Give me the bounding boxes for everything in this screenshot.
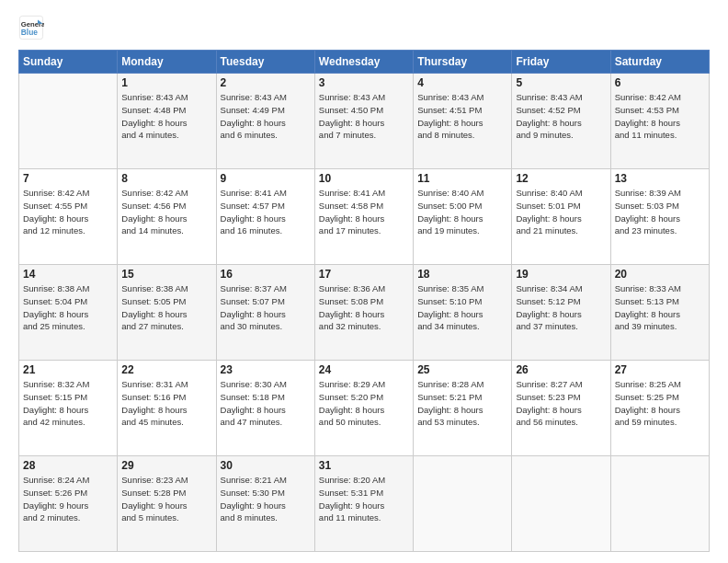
day-info: Sunrise: 8:39 AMSunset: 5:03 PMDaylight:… <box>615 187 705 237</box>
day-info: Sunrise: 8:40 AMSunset: 5:01 PMDaylight:… <box>516 187 606 237</box>
day-number: 28 <box>23 459 113 472</box>
day-info: Sunrise: 8:40 AMSunset: 5:00 PMDaylight:… <box>417 187 507 237</box>
day-number: 10 <box>319 172 409 185</box>
calendar-header-sunday: Sunday <box>19 51 118 74</box>
day-info: Sunrise: 8:42 AMSunset: 4:53 PMDaylight:… <box>615 91 705 142</box>
calendar-cell: 1Sunrise: 8:43 AMSunset: 4:48 PMDaylight… <box>118 74 216 169</box>
calendar-cell: 15Sunrise: 8:38 AMSunset: 5:05 PMDayligh… <box>118 265 216 361</box>
calendar-cell: 2Sunrise: 8:43 AMSunset: 4:49 PMDaylight… <box>216 74 314 169</box>
calendar-cell: 10Sunrise: 8:41 AMSunset: 4:58 PMDayligh… <box>314 169 413 265</box>
logo-icon: General Blue <box>18 15 44 40</box>
day-info: Sunrise: 8:29 AMSunset: 5:20 PMDaylight:… <box>319 378 409 429</box>
day-number: 14 <box>23 268 113 281</box>
logo: General Blue <box>18 15 44 40</box>
day-info: Sunrise: 8:23 AMSunset: 5:28 PMDaylight:… <box>121 474 211 524</box>
day-info: Sunrise: 8:27 AMSunset: 5:23 PMDaylight:… <box>516 378 606 429</box>
day-number: 19 <box>516 268 606 281</box>
calendar-cell: 9Sunrise: 8:41 AMSunset: 4:57 PMDaylight… <box>216 169 314 265</box>
day-number: 21 <box>23 363 113 376</box>
calendar-cell: 5Sunrise: 8:43 AMSunset: 4:52 PMDaylight… <box>512 74 610 169</box>
day-info: Sunrise: 8:32 AMSunset: 5:15 PMDaylight:… <box>23 378 113 429</box>
calendar-header-row: SundayMondayTuesdayWednesdayThursdayFrid… <box>19 51 710 74</box>
day-info: Sunrise: 8:31 AMSunset: 5:16 PMDaylight:… <box>121 378 211 429</box>
calendar-header-monday: Monday <box>118 51 216 74</box>
calendar-week-row: 7Sunrise: 8:42 AMSunset: 4:55 PMDaylight… <box>19 169 710 265</box>
day-number: 24 <box>319 363 409 376</box>
day-number: 26 <box>516 363 606 376</box>
calendar-header-wednesday: Wednesday <box>314 51 413 74</box>
calendar-cell: 14Sunrise: 8:38 AMSunset: 5:04 PMDayligh… <box>19 265 118 361</box>
calendar-cell: 29Sunrise: 8:23 AMSunset: 5:28 PMDayligh… <box>118 456 216 552</box>
day-number: 3 <box>319 76 409 89</box>
day-number: 23 <box>221 363 311 376</box>
day-info: Sunrise: 8:43 AMSunset: 4:52 PMDaylight:… <box>516 91 606 142</box>
day-number: 6 <box>615 76 705 89</box>
calendar-week-row: 21Sunrise: 8:32 AMSunset: 5:15 PMDayligh… <box>19 361 710 456</box>
day-info: Sunrise: 8:43 AMSunset: 4:48 PMDaylight:… <box>121 91 211 142</box>
day-number: 9 <box>221 172 311 185</box>
calendar-week-row: 14Sunrise: 8:38 AMSunset: 5:04 PMDayligh… <box>19 265 710 361</box>
calendar-cell: 4Sunrise: 8:43 AMSunset: 4:51 PMDaylight… <box>414 74 512 169</box>
calendar-cell: 18Sunrise: 8:35 AMSunset: 5:10 PMDayligh… <box>414 265 512 361</box>
day-number: 12 <box>516 172 606 185</box>
day-number: 17 <box>319 268 409 281</box>
day-number: 7 <box>23 172 113 185</box>
day-number: 18 <box>417 268 507 281</box>
header: General Blue <box>18 15 710 40</box>
day-info: Sunrise: 8:38 AMSunset: 5:05 PMDaylight:… <box>121 282 211 333</box>
calendar-cell: 12Sunrise: 8:40 AMSunset: 5:01 PMDayligh… <box>512 169 610 265</box>
calendar-cell: 24Sunrise: 8:29 AMSunset: 5:20 PMDayligh… <box>314 361 413 456</box>
page: General Blue SundayMondayTuesdayWednesda… <box>0 0 728 563</box>
day-number: 5 <box>516 76 606 89</box>
day-number: 25 <box>417 363 507 376</box>
calendar-cell: 23Sunrise: 8:30 AMSunset: 5:18 PMDayligh… <box>216 361 314 456</box>
calendar-cell: 26Sunrise: 8:27 AMSunset: 5:23 PMDayligh… <box>512 361 610 456</box>
day-number: 2 <box>221 76 311 89</box>
calendar-cell: 11Sunrise: 8:40 AMSunset: 5:00 PMDayligh… <box>414 169 512 265</box>
day-number: 31 <box>319 459 409 472</box>
calendar-cell <box>414 456 512 552</box>
day-info: Sunrise: 8:37 AMSunset: 5:07 PMDaylight:… <box>221 282 311 333</box>
day-number: 22 <box>121 363 211 376</box>
calendar-cell: 16Sunrise: 8:37 AMSunset: 5:07 PMDayligh… <box>216 265 314 361</box>
day-number: 8 <box>121 172 211 185</box>
calendar-week-row: 1Sunrise: 8:43 AMSunset: 4:48 PMDaylight… <box>19 74 710 169</box>
day-number: 27 <box>615 363 705 376</box>
day-info: Sunrise: 8:35 AMSunset: 5:10 PMDaylight:… <box>417 282 507 333</box>
calendar-cell: 17Sunrise: 8:36 AMSunset: 5:08 PMDayligh… <box>314 265 413 361</box>
svg-text:Blue: Blue <box>21 28 38 37</box>
calendar-cell: 28Sunrise: 8:24 AMSunset: 5:26 PMDayligh… <box>19 456 118 552</box>
calendar-header-thursday: Thursday <box>414 51 512 74</box>
calendar-header-friday: Friday <box>512 51 610 74</box>
day-number: 20 <box>615 268 705 281</box>
calendar-cell: 31Sunrise: 8:20 AMSunset: 5:31 PMDayligh… <box>314 456 413 552</box>
day-info: Sunrise: 8:25 AMSunset: 5:25 PMDaylight:… <box>615 378 705 429</box>
day-info: Sunrise: 8:33 AMSunset: 5:13 PMDaylight:… <box>615 282 705 333</box>
day-info: Sunrise: 8:24 AMSunset: 5:26 PMDaylight:… <box>23 474 113 524</box>
day-info: Sunrise: 8:43 AMSunset: 4:49 PMDaylight:… <box>221 91 311 142</box>
day-info: Sunrise: 8:20 AMSunset: 5:31 PMDaylight:… <box>319 474 409 524</box>
calendar-cell: 30Sunrise: 8:21 AMSunset: 5:30 PMDayligh… <box>216 456 314 552</box>
calendar-cell: 13Sunrise: 8:39 AMSunset: 5:03 PMDayligh… <box>610 169 709 265</box>
calendar-cell: 22Sunrise: 8:31 AMSunset: 5:16 PMDayligh… <box>118 361 216 456</box>
calendar-cell: 6Sunrise: 8:42 AMSunset: 4:53 PMDaylight… <box>610 74 709 169</box>
day-info: Sunrise: 8:38 AMSunset: 5:04 PMDaylight:… <box>23 282 113 333</box>
day-info: Sunrise: 8:36 AMSunset: 5:08 PMDaylight:… <box>319 282 409 333</box>
day-info: Sunrise: 8:41 AMSunset: 4:58 PMDaylight:… <box>319 187 409 237</box>
calendar-cell <box>19 74 118 169</box>
calendar-cell: 21Sunrise: 8:32 AMSunset: 5:15 PMDayligh… <box>19 361 118 456</box>
calendar-cell: 20Sunrise: 8:33 AMSunset: 5:13 PMDayligh… <box>610 265 709 361</box>
calendar-header-tuesday: Tuesday <box>216 51 314 74</box>
day-info: Sunrise: 8:43 AMSunset: 4:51 PMDaylight:… <box>417 91 507 142</box>
calendar-header-saturday: Saturday <box>610 51 709 74</box>
day-number: 11 <box>417 172 507 185</box>
calendar-cell: 3Sunrise: 8:43 AMSunset: 4:50 PMDaylight… <box>314 74 413 169</box>
day-info: Sunrise: 8:42 AMSunset: 4:56 PMDaylight:… <box>121 187 211 237</box>
calendar-cell <box>610 456 709 552</box>
day-info: Sunrise: 8:42 AMSunset: 4:55 PMDaylight:… <box>23 187 113 237</box>
day-info: Sunrise: 8:41 AMSunset: 4:57 PMDaylight:… <box>221 187 311 237</box>
calendar-cell: 19Sunrise: 8:34 AMSunset: 5:12 PMDayligh… <box>512 265 610 361</box>
day-info: Sunrise: 8:43 AMSunset: 4:50 PMDaylight:… <box>319 91 409 142</box>
calendar-cell: 25Sunrise: 8:28 AMSunset: 5:21 PMDayligh… <box>414 361 512 456</box>
day-info: Sunrise: 8:30 AMSunset: 5:18 PMDaylight:… <box>221 378 311 429</box>
